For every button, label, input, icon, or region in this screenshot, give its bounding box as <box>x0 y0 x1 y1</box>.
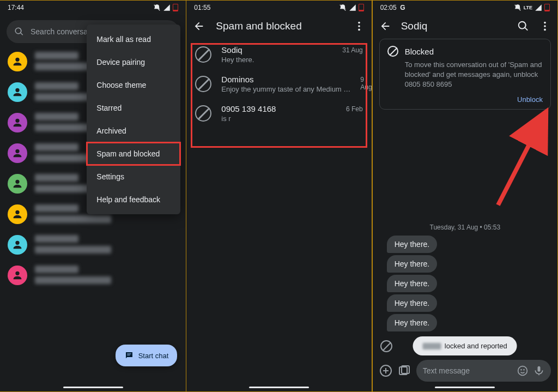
svg-point-12 <box>523 369 525 371</box>
message-bubbles: Hey there.Hey there.Hey there.Hey there.… <box>373 236 557 331</box>
gesture-bar <box>435 387 495 388</box>
fab-label: Start chat <box>138 352 169 360</box>
svg-point-1 <box>358 25 360 27</box>
redacted-name <box>423 343 441 349</box>
clock: 01:55 <box>194 4 210 11</box>
avatar <box>8 52 27 71</box>
dnd-icon <box>339 4 347 11</box>
message-preview: Enjoy the yummy taste of any Medium … <box>221 85 350 93</box>
avatar <box>8 174 27 194</box>
battery-icon <box>173 4 178 11</box>
avatar <box>8 82 27 102</box>
svg-point-0 <box>358 22 360 24</box>
message-date: 9 Aug <box>360 75 372 91</box>
message-bubble[interactable]: Hey there. <box>387 255 438 273</box>
status-bar: 02:05 G LTE <box>373 1 557 15</box>
message-date: 31 Aug <box>342 45 362 54</box>
more-icon[interactable] <box>539 20 551 32</box>
battery-icon <box>359 4 364 11</box>
signal-icon <box>349 4 356 11</box>
emoji-icon[interactable] <box>517 365 528 376</box>
input-placeholder: Text message <box>423 366 470 375</box>
clock: 17:44 <box>8 4 24 11</box>
menu-item-starred[interactable]: Starred <box>87 97 180 119</box>
contact-name: Sodiq <box>221 45 332 55</box>
mic-icon[interactable] <box>533 365 544 376</box>
conversation-row[interactable] <box>0 260 186 291</box>
blocked-conversation-row[interactable]: Sodiq Hey there. 31 Aug <box>186 40 371 69</box>
blocked-icon <box>380 340 392 352</box>
message-preview: Hey there. <box>221 56 332 64</box>
start-chat-fab[interactable]: Start chat <box>116 345 178 366</box>
add-icon[interactable] <box>379 364 392 377</box>
avatar <box>8 143 27 163</box>
back-icon[interactable] <box>193 20 205 32</box>
avatar <box>8 204 27 224</box>
blocked-icon <box>195 105 211 122</box>
back-icon[interactable] <box>379 20 391 32</box>
search-icon[interactable] <box>517 20 529 32</box>
date-separator: Tuesday, 31 Aug • 05:53 <box>373 224 557 231</box>
avatar <box>8 235 27 255</box>
avatar <box>8 266 27 285</box>
contact-name: Dominos <box>221 75 350 84</box>
svg-point-11 <box>520 369 522 371</box>
contact-name: 0905 139 4168 <box>221 104 336 113</box>
blocked-icon <box>195 46 211 63</box>
menu-item-settings[interactable]: Settings <box>87 165 180 188</box>
status-bar: 01:55 <box>186 1 371 15</box>
message-bubble[interactable]: Hey there. <box>387 236 438 253</box>
chat-icon <box>124 351 134 360</box>
status-bar: 17:44 <box>0 1 186 15</box>
search-placeholder: Search conversat <box>31 27 90 36</box>
menu-item-help-and-feedback[interactable]: Help and feedback <box>87 188 180 211</box>
menu-item-device-pairing[interactable]: Device pairing <box>87 51 180 74</box>
blocked-title: Blocked <box>405 47 434 56</box>
signal-icon <box>163 4 171 11</box>
conversation-header: Sodiq <box>373 15 557 39</box>
message-date: 6 Feb <box>346 104 363 113</box>
dnd-icon <box>514 4 521 11</box>
menu-item-mark-all-as-read[interactable]: Mark all as read <box>87 28 180 51</box>
svg-point-5 <box>544 29 546 31</box>
phone-screenshot-3: 02:05 G LTE Sodiq Blocked To move this c… <box>372 0 558 392</box>
contact-name: Sodiq <box>401 20 507 32</box>
more-icon[interactable] <box>353 20 365 32</box>
blocked-info-card: Blocked To move this conversation out of… <box>379 39 551 110</box>
battery-icon <box>544 4 550 11</box>
message-bubble[interactable]: Hey there. <box>387 294 438 312</box>
blocked-list: Sodiq Hey there. 31 Aug Dominos Enjoy th… <box>186 40 371 128</box>
overflow-menu: Mark all as readDevice pairingChoose the… <box>87 25 180 214</box>
phone-screenshot-1: 17:44 Search conversat Mark all as readD… <box>0 0 186 392</box>
svg-point-4 <box>544 25 546 27</box>
signal-icon <box>535 4 542 11</box>
blocked-conversation-row[interactable]: 0905 139 4168 is r 6 Feb <box>186 99 371 128</box>
conversation-row[interactable] <box>0 230 186 260</box>
menu-item-choose-theme[interactable]: Choose theme <box>87 74 180 97</box>
unblock-button[interactable]: Unblock <box>387 95 543 104</box>
svg-point-2 <box>358 29 360 31</box>
blocked-description: To move this conversation out of 'Spam a… <box>405 60 543 90</box>
message-input[interactable]: Text message <box>416 360 551 382</box>
gesture-bar <box>63 387 123 388</box>
menu-item-spam-and-blocked[interactable]: Spam and blocked <box>87 142 180 165</box>
avatar <box>8 113 27 132</box>
snackbar: locked and reported <box>413 336 517 355</box>
message-composer: Text message <box>373 360 557 382</box>
gallery-icon[interactable] <box>398 364 411 377</box>
search-icon <box>14 27 24 37</box>
spam-blocked-header: Spam and blocked <box>186 15 371 40</box>
conversation-preview <box>35 266 178 284</box>
message-area: Tuesday, 31 Aug • 05:53 Hey there.Hey th… <box>373 131 557 331</box>
svg-point-10 <box>518 366 527 376</box>
message-bubble[interactable]: Hey there. <box>387 314 438 331</box>
gesture-bar <box>249 387 309 388</box>
blocked-icon <box>387 46 398 57</box>
phone-screenshot-2: 01:55 Spam and blocked Sodiq Hey there. … <box>186 0 372 392</box>
message-bubble[interactable]: Hey there. <box>387 275 438 292</box>
blocked-conversation-row[interactable]: Dominos Enjoy the yummy taste of any Med… <box>186 69 371 99</box>
dnd-icon <box>153 4 161 11</box>
blocked-icon <box>195 76 211 92</box>
menu-item-archived[interactable]: Archived <box>87 119 180 142</box>
message-preview: is r <box>221 114 336 123</box>
